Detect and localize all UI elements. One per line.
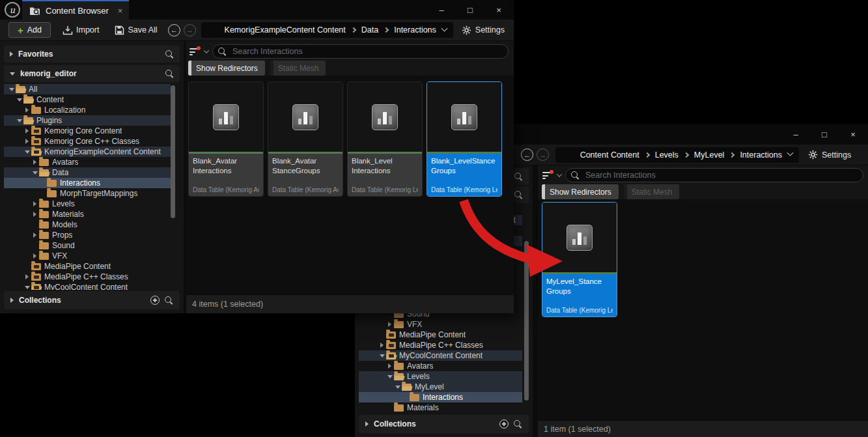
- asset-grid[interactable]: MyLevel_Stance Groups Data Table (Kemori…: [538, 199, 868, 437]
- tree-item[interactable]: Content: [4, 94, 171, 105]
- favorites-header[interactable]: Favorites: [4, 46, 180, 63]
- tree-item[interactable]: Kemorig Core C++ Classes: [4, 136, 171, 147]
- asset-tile[interactable]: Blank_LevelStance Groups Data Table (Kem…: [427, 81, 502, 197]
- tree-item[interactable]: KemorigExampleContent Content: [4, 147, 171, 157]
- tree-item[interactable]: Kemorig Core Content: [4, 126, 171, 136]
- tab-close-icon[interactable]: ×: [118, 6, 123, 16]
- expander-arrow[interactable]: [16, 94, 23, 105]
- expander-arrow[interactable]: [39, 188, 46, 199]
- minimize-button[interactable]: –: [437, 5, 446, 15]
- expander-arrow[interactable]: [386, 402, 393, 413]
- expander-arrow[interactable]: [31, 219, 38, 230]
- search-icon[interactable]: [165, 70, 174, 78]
- source-header[interactable]: kemorig_editor: [4, 65, 180, 82]
- tree-item[interactable]: MorphTargetMappings: [4, 188, 171, 199]
- tree-item[interactable]: Avatars: [359, 361, 522, 371]
- tree-item[interactable]: VFX: [359, 319, 522, 330]
- expander-arrow[interactable]: [386, 361, 393, 371]
- expander-arrow[interactable]: [39, 178, 46, 188]
- tree-item[interactable]: MediaPipe C++ Classes: [4, 272, 171, 282]
- filter-chip[interactable]: Show Redirectors: [188, 61, 265, 76]
- expander-arrow[interactable]: [23, 126, 31, 136]
- chevron-down-icon[interactable]: [787, 150, 794, 156]
- chevron-down-icon[interactable]: [204, 48, 209, 53]
- tree-item[interactable]: VFX: [4, 251, 171, 261]
- expander-arrow[interactable]: [378, 350, 385, 361]
- collections-header[interactable]: Collections: [359, 415, 529, 433]
- expander-arrow[interactable]: [31, 167, 38, 178]
- tree-item[interactable]: Localization: [4, 105, 171, 115]
- tree-item[interactable]: Plugins: [4, 115, 171, 126]
- search-icon[interactable]: [514, 173, 523, 181]
- collections-header[interactable]: Collections: [4, 291, 180, 309]
- asset-tile[interactable]: Blank_Avatar StanceGroups Data Table (Ke…: [268, 81, 343, 197]
- expander-arrow[interactable]: [31, 209, 38, 219]
- expander-arrow[interactable]: [31, 230, 38, 240]
- asset-grid[interactable]: Blank_Avatar Interactions Data Table (Ke…: [186, 76, 514, 313]
- tree-item[interactable]: MediaPipe C++ Classes: [359, 340, 522, 350]
- breadcrumb-item[interactable]: Content Content: [580, 150, 639, 160]
- back-button[interactable]: ←: [521, 148, 533, 161]
- expander-arrow[interactable]: [23, 261, 31, 272]
- expander-arrow[interactable]: [23, 105, 31, 115]
- search-icon[interactable]: [165, 296, 173, 305]
- tree-item[interactable]: Materials: [4, 209, 171, 219]
- asset-tile[interactable]: Blank_Avatar Interactions Data Table (Ke…: [188, 81, 264, 197]
- tree-item[interactable]: Sound: [4, 240, 171, 251]
- filter-chip[interactable]: Static Mesh: [270, 61, 326, 76]
- filter-chip[interactable]: Static Mesh: [624, 184, 680, 199]
- expander-arrow[interactable]: [23, 136, 31, 147]
- expander-arrow[interactable]: [402, 392, 409, 402]
- tree-item[interactable]: Models: [4, 219, 171, 230]
- expander-arrow[interactable]: [23, 282, 31, 290]
- settings-button[interactable]: Settings: [808, 150, 851, 160]
- expander-arrow[interactable]: [31, 157, 38, 167]
- expander-arrow[interactable]: [386, 319, 393, 330]
- tree-scrollbar[interactable]: [524, 241, 529, 401]
- tree-item[interactable]: MyCoolContent Content: [4, 282, 171, 290]
- search-icon[interactable]: [165, 50, 174, 59]
- maximize-button[interactable]: □: [466, 5, 475, 15]
- tree-item[interactable]: MyCoolContent Content: [359, 350, 522, 361]
- breadcrumb-item[interactable]: KemorigExampleContent Content: [225, 25, 346, 35]
- chevron-down-icon[interactable]: [557, 171, 562, 176]
- expander-arrow[interactable]: [394, 382, 401, 392]
- filter-icon[interactable]: [189, 47, 201, 56]
- forward-button[interactable]: →: [537, 148, 549, 161]
- tree-item[interactable]: Interactions: [359, 392, 522, 402]
- tab-content-browser[interactable]: Content Browser ×: [22, 0, 129, 20]
- expander-arrow[interactable]: [386, 371, 393, 382]
- tree-item[interactable]: All: [4, 84, 171, 94]
- add-button[interactable]: + Add: [8, 22, 51, 38]
- tree-item[interactable]: Materials: [359, 402, 522, 413]
- tree-item[interactable]: MediaPipe Content: [359, 330, 522, 340]
- tree-item[interactable]: Props: [4, 230, 171, 240]
- close-button[interactable]: ×: [848, 130, 858, 139]
- close-button[interactable]: ×: [494, 5, 503, 15]
- expander-arrow[interactable]: [23, 272, 31, 282]
- save-all-button[interactable]: Save All: [115, 25, 157, 35]
- expander-arrow[interactable]: [8, 84, 15, 94]
- import-button[interactable]: Import: [63, 25, 99, 35]
- settings-button[interactable]: Settings: [462, 25, 505, 35]
- search-icon[interactable]: [514, 420, 522, 429]
- tree-item[interactable]: Interactions: [4, 178, 171, 188]
- add-collection-icon[interactable]: [150, 296, 160, 305]
- tree-item[interactable]: MyLevel: [359, 382, 522, 392]
- tree-item[interactable]: Levels: [4, 199, 171, 209]
- forward-button[interactable]: →: [184, 24, 196, 36]
- expander-arrow[interactable]: [31, 199, 38, 209]
- expander-arrow[interactable]: [378, 340, 385, 350]
- breadcrumb-item[interactable]: MyLevel: [694, 150, 725, 160]
- add-collection-icon[interactable]: [499, 419, 509, 429]
- asset-tile[interactable]: MyLevel_Stance Groups Data Table (Kemori…: [542, 202, 617, 317]
- asset-tile[interactable]: Blank_Level Interactions Data Table (Kem…: [347, 81, 423, 197]
- expander-arrow[interactable]: [16, 115, 23, 126]
- maximize-button[interactable]: □: [820, 130, 829, 139]
- expander-arrow[interactable]: [31, 251, 38, 261]
- expander-arrow[interactable]: [31, 240, 38, 251]
- search-input[interactable]: [584, 170, 858, 180]
- search-icon[interactable]: [514, 191, 523, 199]
- back-button[interactable]: ←: [168, 24, 180, 36]
- filter-chip[interactable]: Show Redirectors: [542, 184, 619, 199]
